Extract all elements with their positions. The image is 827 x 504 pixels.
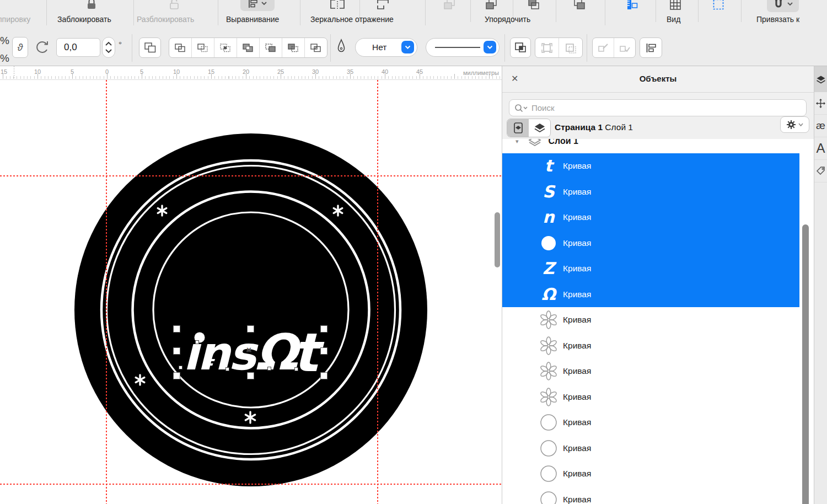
shape-union-button[interactable] (169, 38, 192, 57)
mask-button[interactable] (510, 37, 531, 58)
vertical-guide[interactable] (106, 80, 107, 504)
typography-tab[interactable]: æ (814, 115, 827, 137)
list-mode-segmented-control[interactable] (507, 119, 551, 137)
rotate-icon[interactable] (34, 39, 50, 55)
shape-exclude-button[interactable] (237, 38, 260, 57)
stepper-up-icon[interactable] (105, 41, 112, 46)
lock-button-label[interactable]: Заблокировать (57, 15, 111, 24)
snap-dropdown-button[interactable] (767, 0, 799, 12)
rotation-angle-input[interactable]: 0,0 (56, 38, 100, 57)
horizontal-guide[interactable] (0, 484, 502, 485)
object-anchor[interactable] (179, 366, 182, 369)
shape-outline-button[interactable] (305, 38, 327, 57)
selection-handle-se[interactable] (320, 372, 327, 379)
object-name[interactable]: Кривая (563, 392, 591, 402)
object-anchor[interactable] (195, 340, 199, 344)
flip-vertical-icon[interactable] (376, 0, 390, 10)
object-name[interactable]: Кривая (563, 212, 591, 222)
object-name[interactable]: Кривая (563, 495, 591, 504)
object-name[interactable]: Кривая (563, 469, 591, 479)
send-to-back-icon[interactable] (573, 0, 586, 10)
canvas-vertical-scrollbar[interactable] (495, 212, 500, 267)
stamp-artwork[interactable]: ıns Ω t (74, 133, 427, 486)
object-row-curve[interactable]: Кривая (502, 487, 799, 504)
selection-handle-nw[interactable] (173, 325, 180, 333)
tags-tab[interactable] (814, 160, 827, 183)
dropdown-chevron-button[interactable] (401, 41, 414, 53)
shape-intersect-button[interactable] (214, 38, 237, 57)
object-row-curve[interactable]: Кривая (502, 333, 799, 359)
selection-handle-s[interactable] (247, 372, 254, 379)
rulers-toggle-icon[interactable] (625, 0, 638, 10)
arrange-button-label[interactable]: Упорядочить (485, 15, 530, 24)
bring-to-front-icon[interactable] (485, 0, 498, 10)
align-button-label[interactable]: Выравнивание (226, 15, 279, 24)
horizontal-guide[interactable] (0, 175, 502, 176)
shear-button[interactable]: ϑ (12, 37, 28, 58)
object-row-curve[interactable]: Кривая (502, 230, 799, 256)
canvas[interactable]: ıns Ω t ✕ (0, 80, 502, 504)
object-name[interactable]: Кривая (563, 341, 591, 351)
shape-trim-button[interactable] (282, 38, 305, 57)
object-anchor[interactable] (267, 367, 271, 371)
snap-button-label[interactable]: Привязать к (756, 15, 799, 24)
margins-toggle-icon[interactable] (712, 0, 724, 10)
object-row-curve[interactable]: Кривая (502, 436, 799, 462)
send-backward-icon[interactable] (527, 0, 540, 10)
object-row-curve[interactable]: SКривая (502, 179, 799, 205)
object-name[interactable]: Кривая (563, 366, 591, 376)
text-align-button[interactable] (640, 37, 662, 58)
object-row-curve[interactable]: Кривая (502, 461, 799, 487)
stroke-style-dropdown[interactable]: Нет (355, 38, 417, 57)
selection-center-mark[interactable]: ✕ (246, 346, 252, 354)
flip-horizontal-icon[interactable] (329, 0, 346, 10)
object-row-curve[interactable]: ΩКривая (502, 282, 799, 308)
object-name[interactable]: Кривая (563, 443, 591, 453)
object-row-curve[interactable]: tКривая (502, 153, 799, 179)
lock-icon[interactable] (86, 0, 97, 11)
disclosure-triangle-icon[interactable]: ▾ (515, 139, 519, 145)
layer-row[interactable]: ▾ Слой 1 (502, 139, 814, 153)
stepper-down-icon[interactable] (105, 49, 112, 53)
selection-handle-sw[interactable] (173, 372, 180, 379)
objects-list-scrollbar[interactable] (802, 224, 809, 504)
object-anchor[interactable] (294, 367, 298, 371)
object-name[interactable]: Кривая (563, 238, 591, 248)
object-name[interactable]: Кривая (563, 315, 591, 325)
object-name[interactable]: Кривая (563, 264, 591, 274)
objects-tab[interactable] (814, 66, 827, 92)
transform-tab[interactable] (814, 92, 827, 115)
object-row-curve[interactable]: Кривая (502, 307, 799, 333)
object-row-curve[interactable]: ZКривая (502, 256, 799, 282)
layers-view-toggle[interactable] (529, 119, 550, 137)
selection-handle-n[interactable] (247, 325, 254, 333)
selection-handle-ne[interactable] (320, 325, 327, 333)
grid-toggle-icon[interactable] (669, 0, 681, 10)
stroke-width-dropdown[interactable] (426, 38, 500, 57)
object-name[interactable]: Кривая (563, 289, 591, 299)
combine-shapes-button[interactable] (139, 37, 161, 58)
object-name[interactable]: Кривая (563, 161, 591, 171)
mirror-button-label[interactable]: Зеркальное отражение (310, 15, 394, 24)
dropdown-chevron-button[interactable] (484, 41, 496, 53)
layer-name[interactable]: Слой 1 (549, 139, 578, 146)
group-button-label[interactable]: ппировку (0, 15, 30, 24)
shape-divide-button[interactable] (260, 38, 282, 57)
object-row-curve[interactable]: nКривая (502, 205, 799, 230)
rotation-stepper[interactable] (102, 37, 115, 58)
selection-handle-e[interactable] (320, 347, 327, 355)
text-tab[interactable]: A (814, 137, 827, 160)
object-name[interactable]: Кривая (563, 187, 591, 197)
alignment-dropdown-button[interactable] (240, 0, 275, 11)
object-anchor[interactable] (225, 367, 229, 371)
horizontal-ruler[interactable]: 15105051015202530354045 миллиметры (0, 66, 502, 80)
object-row-curve[interactable]: Кривая (502, 384, 799, 410)
panel-options-button[interactable] (780, 116, 809, 133)
object-row-curve[interactable]: Кривая (502, 410, 799, 436)
object-row-curve[interactable]: Кривая (502, 358, 799, 384)
shape-subtract-button[interactable] (192, 38, 214, 57)
page-view-toggle[interactable] (507, 119, 529, 137)
vertical-guide[interactable] (377, 80, 378, 504)
search-input[interactable]: Поиск (509, 99, 807, 116)
object-name[interactable]: Кривая (563, 417, 591, 427)
